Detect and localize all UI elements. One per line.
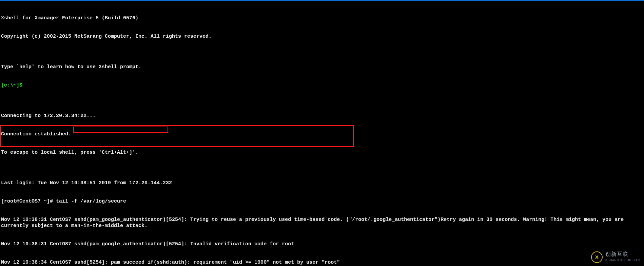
last-login: Last login: Tue Nov 12 10:38:51 2019 fro… [1, 180, 643, 186]
banner-line: Xshell for Xmanager Enterprise 5 (Build … [1, 15, 643, 21]
hint-line: Type `help' to learn how to use Xshell p… [1, 64, 643, 70]
status-line: Connecting to 172.20.3.34:22... [1, 113, 643, 119]
log-line: Nov 12 10:38:31 CentOS7 sshd(pam_google_… [1, 241, 643, 247]
banner-line: Copyright (c) 2002-2015 NetSarang Comput… [1, 34, 643, 40]
watermark-cn: 创新互联 [605, 251, 640, 257]
log-line: Nov 12 10:38:34 CentOS7 sshd[5254]: pam_… [1, 260, 643, 266]
remote-prompt: [root@CentOS7 ~]# [1, 198, 56, 204]
watermark-logo-icon: X [591, 251, 603, 263]
watermark: X 创新互联 CHUANG XIN HU LIAN [591, 251, 640, 263]
log-line: Nov 12 10:38:31 CentOS7 sshd(pam_google_… [1, 217, 643, 229]
local-prompt[interactable]: [c:\~]$ [1, 82, 643, 89]
status-line: To escape to local shell, press 'Ctrl+Al… [1, 150, 643, 156]
command-text: tail -f /var/log/secure [56, 198, 126, 204]
terminal-window[interactable]: Xshell for Xmanager Enterprise 5 (Build … [0, 0, 644, 266]
watermark-en: CHUANG XIN HU LIAN [605, 257, 640, 263]
watermark-text: 创新互联 CHUANG XIN HU LIAN [605, 251, 640, 263]
remote-prompt-line[interactable]: [root@CentOS7 ~]# tail -f /var/log/secur… [1, 198, 643, 205]
terminal-output[interactable]: Xshell for Xmanager Enterprise 5 (Build … [1, 3, 643, 266]
status-line: Connection established. [1, 131, 643, 137]
